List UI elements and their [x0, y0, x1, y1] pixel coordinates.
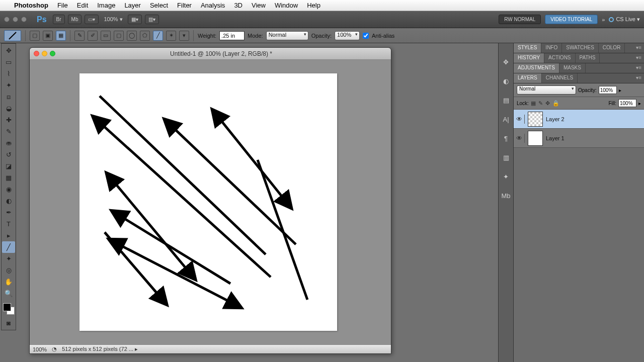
- create-shape-layer-button[interactable]: ▢: [30, 31, 40, 41]
- menu-analysis[interactable]: Analysis: [201, 2, 225, 9]
- layer-thumbnail[interactable]: [528, 112, 543, 127]
- antialias-checkbox[interactable]: [363, 33, 369, 39]
- collapsed-panel-icon[interactable]: ▤: [501, 95, 512, 106]
- minimize-window-icon[interactable]: [13, 17, 18, 22]
- collapsed-panel-icon[interactable]: ▥: [501, 152, 512, 163]
- move-tool-icon[interactable]: ✥: [2, 45, 15, 56]
- pen-tool-icon[interactable]: ✒: [2, 207, 15, 218]
- tab-color[interactable]: COLOR: [599, 43, 625, 53]
- path-select-tool-icon[interactable]: ▸: [2, 230, 15, 241]
- lasso-tool-icon[interactable]: ⌇: [2, 68, 15, 79]
- screen-mode-button[interactable]: ▭▾: [85, 15, 99, 24]
- line-shape-icon[interactable]: ╱: [153, 31, 163, 41]
- menu-window[interactable]: Window: [275, 2, 298, 9]
- marquee-tool-icon[interactable]: ▭: [2, 56, 15, 68]
- 3d-camera-tool-icon[interactable]: ◎: [2, 264, 15, 276]
- layer-fill-input[interactable]: [618, 99, 636, 107]
- menu-file[interactable]: File: [57, 2, 68, 9]
- zoom-level[interactable]: 100% ▾: [104, 16, 122, 23]
- collapsed-panel-icon[interactable]: ✦: [501, 171, 512, 182]
- opacity-dropdown-icon[interactable]: ▸: [619, 87, 621, 93]
- layer-name[interactable]: Layer 1: [546, 135, 565, 141]
- document-titlebar[interactable]: Untitled-1 @ 100% (Layer 2, RGB/8) *: [30, 48, 391, 60]
- type-tool-icon[interactable]: T: [2, 218, 15, 230]
- layer-blend-mode-select[interactable]: Normal: [517, 85, 576, 95]
- status-zoom[interactable]: 100%: [33, 346, 47, 352]
- eraser-tool-icon[interactable]: ◪: [2, 160, 15, 172]
- doc-minimize-icon[interactable]: [42, 51, 47, 56]
- lock-pixels-icon[interactable]: ✎: [538, 100, 543, 107]
- workspace-switcher[interactable]: RW NORMAL: [499, 15, 541, 24]
- fill-dropdown-icon[interactable]: ▸: [638, 101, 641, 106]
- close-window-icon[interactable]: [4, 17, 10, 22]
- status-dimensions[interactable]: 512 pixels x 512 pixels (72 ... ▸: [62, 346, 138, 352]
- tab-adjustments[interactable]: ADJUSTMENTS: [514, 63, 559, 73]
- gradient-tool-icon[interactable]: ▦: [2, 172, 15, 184]
- foreground-color-swatch[interactable]: [3, 303, 11, 311]
- rectangle-shape-icon[interactable]: ▭: [101, 31, 111, 41]
- tab-channels[interactable]: CHANNELS: [542, 73, 578, 83]
- panel-flyout-icon[interactable]: ▾≡: [633, 63, 644, 73]
- shape-tool-icon[interactable]: ╱: [2, 241, 15, 253]
- lock-position-icon[interactable]: ✥: [545, 100, 550, 107]
- extras-button[interactable]: ▥▾: [145, 15, 159, 24]
- blur-tool-icon[interactable]: ◉: [2, 184, 15, 195]
- layer-opacity-input[interactable]: [599, 86, 617, 94]
- video-tutorial-button[interactable]: VIDEO TUTORIAL: [545, 15, 598, 24]
- collapsed-panel-icon[interactable]: ◐: [501, 75, 512, 86]
- collapsed-panel-icon[interactable]: ¶: [501, 133, 512, 144]
- lock-transparency-icon[interactable]: ▦: [531, 100, 536, 107]
- panel-flyout-icon[interactable]: ▾≡: [633, 53, 644, 63]
- zoom-window-icon[interactable]: [21, 17, 27, 22]
- menu-view[interactable]: View: [252, 2, 266, 9]
- menu-edit[interactable]: Edit: [77, 2, 88, 9]
- tab-styles[interactable]: STYLES: [514, 43, 541, 53]
- polygon-shape-icon[interactable]: ⬠: [140, 31, 150, 41]
- visibility-eye-icon[interactable]: 👁: [516, 115, 525, 124]
- layer-name[interactable]: Layer 2: [546, 116, 565, 122]
- doc-close-icon[interactable]: [34, 51, 39, 56]
- cs-live-button[interactable]: CS Live ▾: [609, 16, 640, 23]
- tab-masks[interactable]: MASKS: [559, 63, 586, 73]
- blend-mode-select[interactable]: Normal: [266, 31, 308, 40]
- weight-input[interactable]: [219, 31, 245, 40]
- ellipse-shape-icon[interactable]: ◯: [127, 31, 137, 41]
- tab-info[interactable]: INFO: [541, 43, 562, 53]
- healing-brush-tool-icon[interactable]: ✚: [2, 114, 15, 126]
- create-path-button[interactable]: ▣: [43, 31, 53, 41]
- tab-swatches[interactable]: SWATCHES: [562, 43, 599, 53]
- tab-history[interactable]: HISTORY: [514, 53, 544, 63]
- 3d-tool-icon[interactable]: ✦: [2, 253, 15, 264]
- menubar-app-name[interactable]: Photoshop: [14, 2, 48, 9]
- visibility-eye-icon[interactable]: 👁: [516, 134, 525, 143]
- brush-tool-icon[interactable]: ✎: [2, 126, 15, 137]
- layer-row[interactable]: 👁 Layer 1: [514, 129, 644, 148]
- collapsed-panel-icon[interactable]: A|: [501, 114, 512, 125]
- status-info-icon[interactable]: ◔: [52, 346, 57, 352]
- crop-tool-icon[interactable]: ⧈: [2, 91, 15, 103]
- eyedropper-tool-icon[interactable]: ◒: [2, 103, 15, 114]
- menu-image[interactable]: Image: [97, 2, 115, 9]
- geometry-options-icon[interactable]: ▾: [179, 31, 189, 41]
- collapsed-panel-icon[interactable]: ✥: [501, 56, 512, 67]
- layer-thumbnail[interactable]: [528, 131, 543, 146]
- menu-help[interactable]: Help: [307, 2, 320, 9]
- menu-layer[interactable]: Layer: [124, 2, 141, 9]
- custom-shape-icon[interactable]: ✶: [166, 31, 176, 41]
- quick-select-tool-icon[interactable]: ✦: [2, 79, 15, 91]
- bridge-button[interactable]: Br: [53, 15, 65, 24]
- history-brush-tool-icon[interactable]: ↺: [2, 149, 15, 160]
- dodge-tool-icon[interactable]: ◐: [2, 195, 15, 207]
- tab-paths[interactable]: PATHS: [576, 53, 600, 63]
- tab-actions[interactable]: ACTIONS: [544, 53, 575, 63]
- collapsed-panel-icon[interactable]: Mb: [501, 190, 512, 201]
- opacity-select[interactable]: 100%: [335, 31, 360, 40]
- pen-icon[interactable]: ✎: [74, 31, 85, 41]
- color-swatches[interactable]: [2, 303, 16, 317]
- menu-select[interactable]: Select: [150, 2, 168, 9]
- freeform-pen-icon[interactable]: ✐: [88, 31, 98, 41]
- panel-flyout-icon[interactable]: ▾≡: [633, 43, 644, 53]
- arrange-docs-button[interactable]: ▦▾: [128, 15, 142, 24]
- lock-all-icon[interactable]: 🔒: [552, 100, 559, 107]
- rounded-rect-shape-icon[interactable]: ▢: [114, 31, 124, 41]
